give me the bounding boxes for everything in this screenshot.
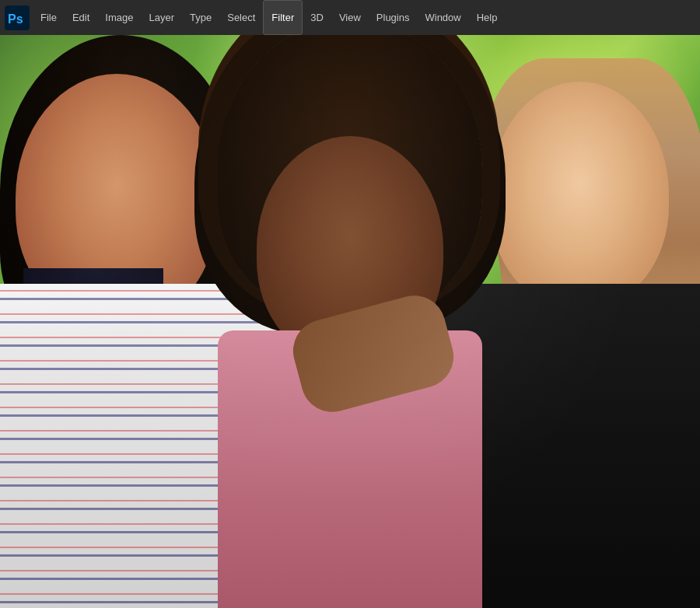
menu-type[interactable]: Type bbox=[182, 0, 219, 35]
photo-scene bbox=[0, 35, 700, 608]
menu-image[interactable]: Image bbox=[97, 0, 141, 35]
menu-plugins[interactable]: Plugins bbox=[369, 0, 418, 35]
menu-filter[interactable]: Filter bbox=[263, 0, 303, 35]
menu-select[interactable]: Select bbox=[219, 0, 263, 35]
menu-file[interactable]: File bbox=[33, 0, 65, 35]
menu-bar: Ps File Edit Image Layer Type Select Fil… bbox=[0, 0, 700, 35]
svg-text:Ps: Ps bbox=[8, 12, 23, 26]
menu-layer[interactable]: Layer bbox=[142, 0, 183, 35]
menu-3d[interactable]: 3D bbox=[303, 0, 331, 35]
canvas-area bbox=[0, 35, 700, 608]
menu-window[interactable]: Window bbox=[417, 0, 468, 35]
menu-edit[interactable]: Edit bbox=[65, 0, 97, 35]
photoshop-logo: Ps bbox=[5, 5, 30, 30]
menu-view[interactable]: View bbox=[331, 0, 369, 35]
menu-help[interactable]: Help bbox=[469, 0, 506, 35]
